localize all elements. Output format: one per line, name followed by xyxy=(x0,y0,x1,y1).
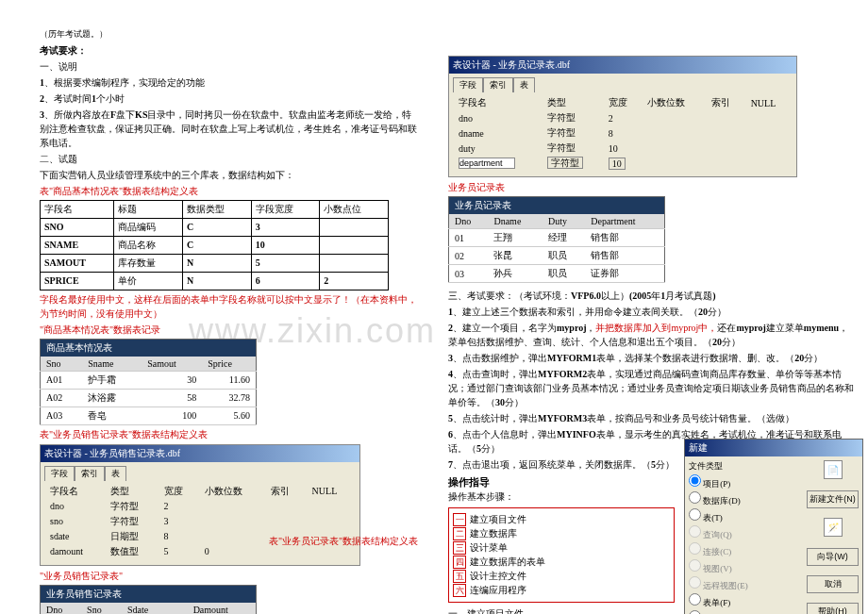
tbl3-cap: 表"业务员记录表"数据表结构定义表 xyxy=(269,534,418,548)
q4: 4、点击查询时，弹出MYFORM2表单，实现通过商品编码查询商品库存数量、单价等… xyxy=(448,367,854,409)
tbl2d-cap: "业务员销售记录表" xyxy=(40,569,417,583)
opt-database[interactable]: 数据库(D) xyxy=(689,491,807,507)
dialog-title: 新建 xyxy=(685,440,862,456)
exam-req-title: 考试要求： xyxy=(40,43,417,58)
q1: 1、建立上述三个数据表和索引，并用命令建立表间关联。（20分） xyxy=(448,305,854,319)
sec1-1: 1、1、根据要求编制程序，实现给定的功能根据要求编制程序，实现给定的功能 xyxy=(40,75,417,90)
q3: 3、点击数据维护，弹出MYFORM1表单，选择某个数据表进行数据增、删、改。（2… xyxy=(448,351,854,365)
new-dialog: 新建 文件类型 项目(P) 数据库(D) 表(T) 查询(Q) 连接(C) 视图… xyxy=(684,439,863,614)
header-note: （历年考试题。） xyxy=(40,28,417,41)
designer-win2: 表设计器 - 业务员记录表.dbf 字段索引表 字段名类型宽度小数位数索引NUL… xyxy=(448,56,797,177)
sec1-title: 一、说明 xyxy=(40,59,417,74)
opt-view[interactable]: 视图(V) xyxy=(689,559,807,575)
file-type-group: 文件类型 项目(P) 数据库(D) 表(T) 查询(Q) 连接(C) 视图(V)… xyxy=(689,460,807,614)
sec1-2: 2、考试时间1个小时 xyxy=(40,91,417,106)
tbl3d-cap: 业务员记录表 xyxy=(448,180,854,194)
field-input[interactable] xyxy=(459,158,515,169)
table3-data: 业务员记录表 DnoDnameDutyDepartment 01王翔经理销售部 … xyxy=(448,196,665,283)
table1-data: 商品基本情况表 SnoSnameSamoutSprice A01护手霜3011.… xyxy=(40,339,257,425)
q5: 5、点击统计时，弹出MYFORM3表单，按商品号和业务员号统计销售量。（选做） xyxy=(448,411,854,425)
table1-def: 字段名标题数据类型字段宽度小数点位 SNO商品编码C3 SNAME商品名称C10… xyxy=(40,200,389,290)
sec3-title: 三、考试要求：（考试环境：VFP6.0以上）(2005年1月考试真题) xyxy=(448,289,854,303)
opt-form[interactable]: 表单(F) xyxy=(689,593,807,609)
tab-table[interactable]: 表 xyxy=(105,466,126,481)
tbl2-cap: 表"业务员销售记录表"数据表结构定义表 xyxy=(40,427,417,441)
tbl1d-cap: "商品基本情况表"数据表记录 xyxy=(40,323,417,337)
left-column: （历年考试题。） 考试要求： 一、说明 1、1、根据要求编制程序，实现给定的功能… xyxy=(40,28,417,614)
cancel-button[interactable]: 取消 xyxy=(807,575,859,593)
tab-table2[interactable]: 表 xyxy=(513,77,535,92)
tab-index2[interactable]: 索引 xyxy=(483,77,513,92)
wizard-icon: 🪄 xyxy=(824,518,843,537)
q2: 2、建立一个项目，名字为myproj，并把数据库加入到myproj中，还在myp… xyxy=(448,321,854,349)
win1-title: 表设计器 - 业务员销售记录表.dbf xyxy=(41,445,359,462)
opt-report[interactable]: 报表(R) xyxy=(689,610,807,614)
opt-query[interactable]: 查询(Q) xyxy=(689,525,807,541)
help-button[interactable]: 帮助(H) xyxy=(807,603,859,614)
new-file-button[interactable]: 新建文件(N) xyxy=(807,490,859,508)
opt-table[interactable]: 表(T) xyxy=(689,508,807,524)
sec1-3: 3、所做内容放在F盘下KS目录中，同时拷贝一份在软盘中。软盘由监考老师统一发给，… xyxy=(40,108,417,150)
tab-fields[interactable]: 字段 xyxy=(44,466,75,481)
tbl1-cap: 表"商品基本情况表"数据表结构定义表 xyxy=(40,184,417,198)
win2-title: 表设计器 - 业务员记录表.dbf xyxy=(449,57,796,74)
tab-fields2[interactable]: 字段 xyxy=(453,77,483,92)
wizard-button[interactable]: 向导(W) xyxy=(807,548,859,566)
note1: 字段名最好使用中文，这样在后面的表单中字段名称就可以按中文显示了！（在本资料中，… xyxy=(40,292,417,321)
new-file-icon: 📄 xyxy=(824,460,843,479)
opt-project[interactable]: 项目(P) xyxy=(689,474,807,490)
sec2-title: 二、试题 xyxy=(40,152,417,166)
tab-index[interactable]: 索引 xyxy=(75,466,105,481)
opt-conn[interactable]: 连接(C) xyxy=(689,542,807,558)
opt-rview[interactable]: 远程视图(E) xyxy=(689,576,807,592)
table2-data: 业务员销售记录表 DnoSnoSdateDamount 01A0102/18/0… xyxy=(40,585,257,615)
sec2-sub: 下面实营销人员业绩管理系统中的三个库表，数据结构如下： xyxy=(40,168,417,182)
steps-box: 一建立项目文件 二建立数据库 三设计菜单 四建立数据库的表单 五设计主控文件 六… xyxy=(448,507,675,603)
